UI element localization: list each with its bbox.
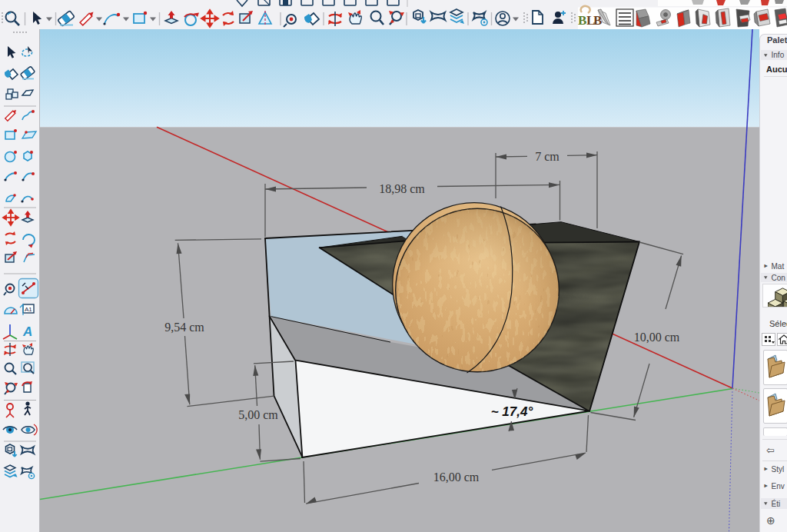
svg-text:A: A xyxy=(22,324,32,339)
svg-text:A1: A1 xyxy=(25,306,32,313)
svg-text:18,98 cm: 18,98 cm xyxy=(379,182,425,195)
svg-text:5,00 cm: 5,00 cm xyxy=(238,408,278,421)
svg-text:9,54 cm: 9,54 cm xyxy=(164,321,204,334)
svg-text:7 cm: 7 cm xyxy=(535,150,560,163)
svg-text:B: B xyxy=(578,13,586,28)
svg-text:16,00 cm: 16,00 cm xyxy=(433,470,480,484)
svg-text:~ 17,4°: ~ 17,4° xyxy=(491,404,533,419)
svg-text:10,00 cm: 10,00 cm xyxy=(634,331,680,344)
